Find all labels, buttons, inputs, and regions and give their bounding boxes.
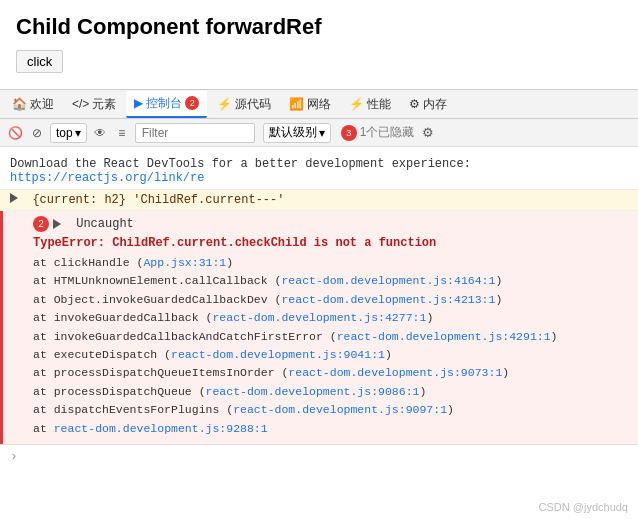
dropdown-arrow-icon: ▾ — [75, 126, 81, 140]
error-badge-icon: 3 — [341, 125, 357, 141]
filter-input[interactable] — [135, 123, 255, 143]
clear-icon[interactable]: 🚫 — [6, 124, 24, 142]
top-label: top — [56, 126, 73, 140]
tab-performance[interactable]: ⚡ 性能 — [341, 92, 399, 117]
info-text: Download the React DevTools for a better… — [10, 157, 471, 171]
stack-link-3[interactable]: react-dom.development.js:4277:1 — [212, 311, 426, 324]
stack-link-9[interactable]: react-dom.development.js:9288:1 — [54, 422, 268, 435]
stack-link-4[interactable]: react-dom.development.js:4291:1 — [337, 330, 551, 343]
stack-frame-0: at clickHandle (App.jsx:31:1) — [33, 254, 630, 272]
tab-label-elements: 元素 — [92, 96, 116, 113]
toolbar-bar: 🚫 ⊘ top ▾ 👁 ≡ 默认级别 ▾ 3 1个已隐藏 ⚙ — [0, 119, 638, 147]
eye-icon[interactable]: 👁 — [91, 124, 109, 142]
level-label: 默认级别 — [269, 124, 317, 141]
stack-frame-6: at processDispatchQueueItemsInOrder (rea… — [33, 364, 630, 382]
stack-frame-4: at invokeGuardedCallbackAndCatchFirstErr… — [33, 328, 630, 346]
tab-label-network: 网络 — [307, 96, 331, 113]
stack-link-6[interactable]: react-dom.development.js:9073:1 — [288, 366, 502, 379]
react-devtools-link[interactable]: https://reactjs.org/link/re — [10, 171, 204, 185]
stack-frame-7: at processDispatchQueue (react-dom.devel… — [33, 383, 630, 401]
stack-frame-5: at executeDispatch (react-dom.developmen… — [33, 346, 630, 364]
uncaught-label: Uncaught — [76, 217, 134, 231]
stack-link-7[interactable]: react-dom.development.js:9086:1 — [206, 385, 420, 398]
stack-link-5[interactable]: react-dom.development.js:9041:1 — [171, 348, 385, 361]
triangle-uncaught[interactable] — [53, 219, 61, 229]
stack-frame-1: at HTMLUnknownElement.callCallback (reac… — [33, 272, 630, 290]
tab-label-memory: 内存 — [423, 96, 447, 113]
network-icon: 📶 — [289, 97, 304, 111]
settings-icon[interactable]: ⚙ — [422, 125, 434, 140]
console-icon: ▶ — [134, 96, 143, 110]
console-badge: 2 — [185, 96, 199, 110]
memory-icon: ⚙ — [409, 97, 420, 111]
page-title: Child Component forwardRef — [0, 0, 638, 50]
prompt-icon: › — [10, 449, 18, 464]
level-dropdown[interactable]: 默认级别 ▾ — [263, 123, 331, 143]
tab-memory[interactable]: ⚙ 内存 — [401, 92, 455, 117]
react-devtools-info: Download the React DevTools for a better… — [0, 153, 638, 190]
stack-frame-3: at invokeGuardedCallback (react-dom.deve… — [33, 309, 630, 327]
tab-console[interactable]: ▶ 控制台 2 — [126, 91, 207, 118]
error-uncaught-row: 2 Uncaught — [3, 211, 638, 234]
tab-label-console: 控制台 — [146, 95, 182, 112]
tab-elements[interactable]: </> 元素 — [64, 92, 124, 117]
no-entry-icon[interactable]: ⊘ — [28, 124, 46, 142]
error-count-badge: 3 1个已隐藏 — [341, 124, 415, 141]
stack-frame-2: at Object.invokeGuardedCallbackDev (reac… — [33, 291, 630, 309]
tab-label-welcome: 欢迎 — [30, 96, 54, 113]
console-content: Download the React DevTools for a better… — [0, 147, 638, 474]
error-number-badge: 2 — [33, 216, 49, 232]
triangle-icon[interactable] — [10, 193, 18, 203]
stack-trace: at clickHandle (App.jsx:31:1) at HTMLUnk… — [3, 252, 638, 444]
console-error-section: 2 Uncaught TypeError: ChildRef.current.c… — [0, 211, 638, 444]
tab-label-performance: 性能 — [367, 96, 391, 113]
console-log-row: {current: h2} 'ChildRef.current---' — [0, 190, 638, 211]
top-dropdown[interactable]: top ▾ — [50, 123, 87, 143]
level-dropdown-arrow: ▾ — [319, 126, 325, 140]
devtools-tabbar: 🏠 欢迎 </> 元素 ▶ 控制台 2 ⚡ 源代码 📶 网络 ⚡ 性能 ⚙ 内存 — [0, 89, 638, 119]
performance-icon: ⚡ — [349, 97, 364, 111]
filter-icon[interactable]: ≡ — [113, 124, 131, 142]
source-icon: ⚡ — [217, 97, 232, 111]
stack-frame-9: at react-dom.development.js:9288:1 — [33, 420, 630, 438]
error-type-line: TypeError: ChildRef.current.checkChild i… — [3, 234, 638, 252]
tab-welcome[interactable]: 🏠 欢迎 — [4, 92, 62, 117]
tab-network[interactable]: 📶 网络 — [281, 92, 339, 117]
tab-source[interactable]: ⚡ 源代码 — [209, 92, 279, 117]
hidden-count-label: 1个已隐藏 — [360, 124, 415, 141]
stack-frame-8: at dispatchEventsForPlugins (react-dom.d… — [33, 401, 630, 419]
stack-link-1[interactable]: react-dom.development.js:4164:1 — [281, 274, 495, 287]
home-icon: 🏠 — [12, 97, 27, 111]
stack-link-8[interactable]: react-dom.development.js:9097:1 — [233, 403, 447, 416]
log-message: {current: h2} 'ChildRef.current---' — [32, 193, 284, 207]
console-bottom-row: › — [0, 444, 638, 468]
stack-link-2[interactable]: react-dom.development.js:4213:1 — [281, 293, 495, 306]
click-button[interactable]: click — [16, 50, 63, 73]
elements-icon: </> — [72, 97, 89, 111]
stack-link-0[interactable]: App.jsx:31:1 — [143, 256, 226, 269]
tab-label-source: 源代码 — [235, 96, 271, 113]
